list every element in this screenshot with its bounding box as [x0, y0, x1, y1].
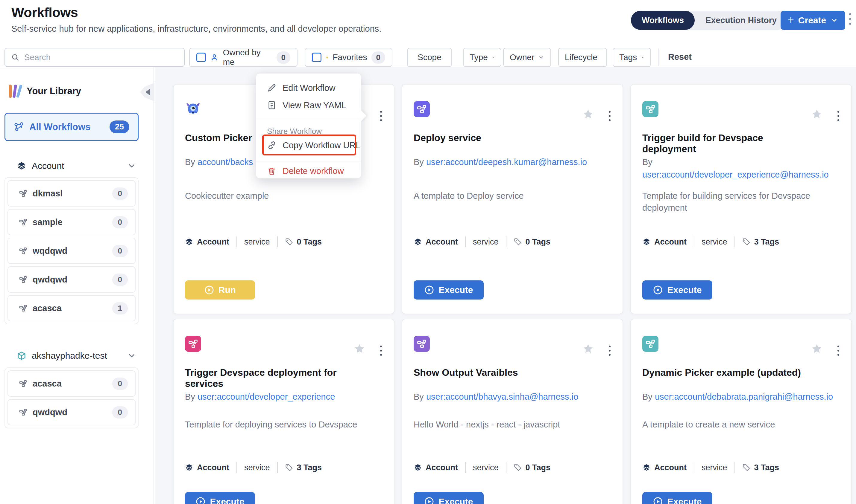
header-kebab-menu[interactable]	[847, 13, 853, 25]
favorites-filter[interactable]: Favorites 0	[305, 48, 392, 67]
sidebar-item-qwdqwd[interactable]: qwdqwd 0	[7, 266, 136, 293]
library-icon	[9, 85, 21, 98]
all-workflows-count: 25	[109, 121, 129, 133]
item-count: 0	[112, 245, 128, 257]
play-icon	[653, 285, 663, 295]
create-button[interactable]: + Create	[781, 11, 845, 30]
workflow-icon	[645, 339, 655, 349]
sidebar-item-sample[interactable]: sample 0	[7, 209, 136, 235]
favorite-star-icon[interactable]	[811, 109, 822, 120]
card-footer: Account service 3 Tags	[642, 236, 779, 247]
execute-button[interactable]: Execute	[642, 492, 712, 504]
workflow-card-deploy-service: Deploy service By user:account/deepesh.k…	[402, 84, 623, 314]
favorite-star-icon[interactable]	[811, 343, 822, 355]
play-icon	[653, 497, 663, 504]
sidebar-item-acasca[interactable]: acasca 1	[7, 295, 136, 321]
owner-link[interactable]: user:account/developer_experience@harnes…	[642, 170, 829, 179]
execute-button[interactable]: Execute	[414, 492, 484, 504]
search-box	[4, 48, 185, 67]
workflow-icon-tile	[642, 101, 658, 117]
lifecycle-dropdown[interactable]: Lifecycle	[558, 48, 607, 67]
owner-dropdown[interactable]: Owner	[503, 48, 551, 67]
menu-item-delete-workflow[interactable]: Delete workflow	[256, 163, 361, 179]
owner-link[interactable]: user:account/deepesh.kumar@harness.io	[426, 157, 587, 167]
sidebar-item-all-workflows[interactable]: All Workflows 25	[4, 113, 139, 141]
menu-divider	[256, 161, 361, 161]
workflow-icon	[19, 408, 27, 416]
tag-icon	[742, 463, 751, 472]
owner-link[interactable]: account/backs	[198, 157, 253, 167]
card-description: Template for building services for Devsp…	[642, 190, 838, 214]
sidebar-item-acasca-2[interactable]: acasca 0	[7, 371, 136, 397]
tags-dropdown[interactable]: Tags	[613, 48, 651, 67]
type-dropdown[interactable]: Type	[463, 48, 501, 67]
library-title: Your Library	[27, 86, 81, 96]
item-count: 0	[112, 187, 128, 200]
card-menu-kebab[interactable]	[379, 344, 383, 357]
sidebar-item-wqdqwd[interactable]: wqdqwd 0	[7, 238, 136, 264]
favorites-count: 0	[372, 51, 385, 64]
card-menu-kebab[interactable]	[379, 110, 383, 122]
card-description: Template for deploying services to Devsp…	[185, 418, 381, 430]
owner-link[interactable]: user:account/developer_experience	[198, 392, 335, 401]
sidebar-collapse-button[interactable]	[140, 83, 154, 101]
tab-execution-history[interactable]: Execution History	[695, 11, 787, 30]
workflow-context-menu: Edit Workflow View Raw YAML Share Workfl…	[256, 73, 361, 178]
execute-button[interactable]: Execute	[414, 281, 484, 300]
type-dropdown-label: Type	[469, 53, 488, 62]
card-title: Show Output Varaibles	[414, 367, 587, 378]
create-button-label: Create	[798, 15, 826, 25]
execute-button[interactable]: Execute	[185, 492, 255, 504]
document-icon	[267, 101, 277, 110]
scope-dropdown[interactable]: Scope	[407, 48, 452, 67]
sidebar-item-dkmasl[interactable]: dkmasl 0	[7, 180, 136, 206]
favorite-star-icon[interactable]	[354, 343, 365, 355]
workflow-icon-tile	[414, 336, 430, 352]
card-menu-kebab[interactable]	[607, 110, 612, 122]
reset-filters-button[interactable]: Reset	[668, 52, 692, 62]
person-icon	[210, 53, 219, 62]
sidebar-item-qwdqwd-2[interactable]: qwdqwd 0	[7, 399, 136, 426]
owner-dropdown-label: Owner	[510, 53, 534, 62]
owner-link[interactable]: user:account/debabrata.panigrahi@harness…	[655, 392, 833, 401]
card-description: A template to Deploy service	[414, 190, 610, 202]
card-menu-kebab[interactable]	[836, 110, 840, 122]
workflow-card-trigger-build: Trigger build for Devspace deployment By…	[630, 84, 852, 314]
card-menu-kebab[interactable]	[607, 344, 612, 357]
item-count: 0	[112, 406, 128, 418]
execute-button[interactable]: Execute	[642, 281, 712, 300]
tag-icon	[742, 238, 751, 246]
favorites-checkbox[interactable]	[312, 53, 322, 62]
sidebar-section-akshayphadke-test[interactable]: akshayphadke-test	[0, 348, 154, 363]
search-input[interactable]	[24, 53, 178, 62]
card-menu-kebab[interactable]	[836, 344, 840, 357]
tag-icon	[285, 238, 293, 246]
owner-link[interactable]: user:account/bhavya.sinha@harness.io	[426, 392, 578, 401]
layers-icon	[414, 238, 422, 246]
card-byline: By user:account/developer_experience@har…	[642, 156, 840, 181]
workflow-icon-tile	[642, 336, 658, 352]
owned-by-me-checkbox[interactable]	[196, 53, 206, 62]
workflow-icon	[19, 189, 27, 198]
card-byline: By user:account/developer_experience	[185, 391, 382, 403]
tab-workflows[interactable]: Workflows	[631, 11, 695, 30]
run-button[interactable]: Run	[185, 281, 255, 300]
play-icon	[424, 285, 434, 295]
favorite-star-icon[interactable]	[582, 109, 594, 120]
favorite-star-icon[interactable]	[582, 343, 594, 355]
all-workflows-label: All Workflows	[29, 122, 90, 132]
owned-by-me-filter[interactable]: Owned by me 0	[189, 48, 297, 67]
card-description: A template to create a new service	[642, 418, 838, 430]
chevron-down-icon	[492, 54, 495, 61]
page-subtitle: Self-service hub for new applications, i…	[11, 24, 381, 34]
card-footer: Account service 0 Tags	[414, 462, 550, 473]
workflows-page: Workflows Self-service hub for new appli…	[0, 0, 856, 504]
owned-by-me-count: 0	[277, 51, 290, 64]
menu-item-view-raw-yaml[interactable]: View Raw YAML	[256, 97, 361, 113]
play-icon	[424, 497, 434, 504]
plus-icon: +	[788, 14, 794, 26]
menu-item-edit-workflow[interactable]: Edit Workflow	[256, 80, 361, 96]
workflow-icon	[19, 247, 27, 255]
sidebar-section-account[interactable]: Account	[0, 159, 154, 173]
search-icon	[11, 53, 19, 62]
